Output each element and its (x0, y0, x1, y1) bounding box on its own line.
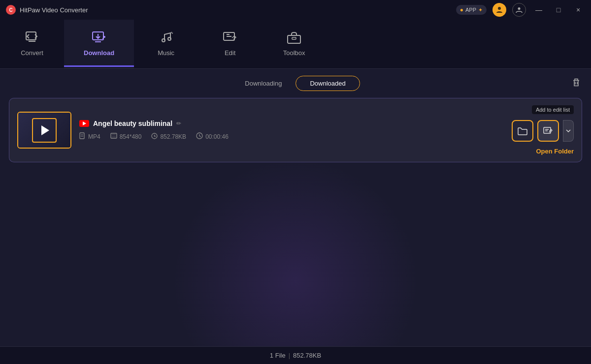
video-thumbnail[interactable] (17, 112, 71, 149)
music-icon (159, 30, 173, 46)
video-info: Angel beauty subliminal ✏ MP4 (79, 120, 504, 141)
add-to-edit-tooltip: Add to edit list (532, 105, 574, 114)
filesize-icon (151, 133, 158, 141)
meta-resolution: 854*480 (110, 133, 142, 140)
convert-icon (25, 30, 39, 46)
dropdown-arrow-button[interactable] (563, 120, 574, 142)
edit-title-icon[interactable]: ✏ (176, 120, 181, 127)
edit-tab-label: Edit (225, 49, 235, 57)
video-title: Angel beauty subliminal (93, 120, 172, 127)
video-title-row: Angel beauty subliminal ✏ (79, 120, 504, 127)
app-logo: C (6, 5, 16, 15)
chevron-down-icon (566, 129, 571, 133)
status-file-count: 1 File (270, 352, 286, 359)
toolbox-icon (287, 30, 301, 46)
resolution-icon (110, 133, 117, 140)
video-list: Angel beauty subliminal ✏ MP4 (0, 98, 591, 162)
title-bar-left: C HitPaw Video Converter (6, 5, 88, 15)
title-bar-right: ● APP ✦ — □ × (456, 3, 585, 17)
video-card: Angel beauty subliminal ✏ MP4 (9, 98, 582, 162)
action-row (512, 120, 574, 142)
person-icon (495, 6, 503, 14)
tab-download[interactable]: Download (64, 20, 134, 68)
main-content: Downloading Downloaded (0, 69, 591, 346)
status-divider: | (289, 352, 290, 359)
app-title: HitPaw Video Converter (20, 6, 88, 14)
minimize-button[interactable]: — (532, 3, 546, 17)
video-duration: 00:00:46 (205, 133, 229, 140)
meta-format: MP4 (79, 132, 100, 141)
subtab-downloaded[interactable]: Downloaded (296, 76, 360, 91)
svg-point-1 (518, 7, 521, 10)
download-tab-label: Download (84, 49, 114, 57)
open-folder-button[interactable] (512, 120, 533, 142)
edit-list-icon (543, 126, 554, 136)
video-resolution: 854*480 (120, 133, 142, 140)
thumbnail-background (18, 113, 70, 148)
file-icon (79, 132, 86, 141)
music-tab-label: Music (158, 49, 174, 57)
app-badge[interactable]: ● APP ✦ (456, 5, 487, 15)
title-bar: C HitPaw Video Converter ● APP ✦ — □ (0, 0, 591, 20)
star-icon: ● (460, 6, 463, 13)
open-folder-label: Open Folder (536, 148, 574, 155)
status-bar: 1 File | 852.78KB (0, 346, 591, 364)
maximize-button[interactable]: □ (552, 3, 565, 17)
svg-rect-9 (292, 37, 296, 39)
svg-point-6 (168, 37, 171, 40)
svg-point-5 (162, 39, 165, 42)
duration-icon (196, 132, 203, 141)
meta-filesize: 852.78KB (151, 133, 186, 141)
convert-tab-label: Convert (21, 49, 43, 57)
toolbox-tab-label: Toolbox (283, 49, 305, 57)
folder-icon (517, 126, 528, 136)
nav-tabs: Convert Download Music (0, 20, 591, 69)
video-format: MP4 (88, 133, 100, 140)
thumbnail-inner (32, 118, 57, 143)
svg-rect-10 (80, 133, 84, 139)
badge-label: APP (465, 7, 476, 13)
youtube-icon (79, 120, 89, 127)
status-file-size: 852.78KB (293, 352, 321, 359)
download-icon (92, 30, 106, 46)
background-glow (172, 158, 419, 346)
svg-point-4 (103, 36, 105, 38)
play-icon (41, 125, 49, 135)
meta-duration: 00:00:46 (196, 132, 229, 141)
tab-music[interactable]: Music (134, 20, 198, 68)
subtab-downloading[interactable]: Downloading (231, 76, 296, 91)
trash-icon (571, 77, 581, 87)
action-buttons: Add to edit list (512, 105, 574, 155)
user-silhouette-icon (516, 6, 523, 13)
svg-point-0 (498, 7, 501, 10)
user-icon-button[interactable] (512, 3, 526, 17)
tab-edit[interactable]: Edit (198, 20, 262, 68)
close-button[interactable]: × (571, 3, 585, 17)
svg-rect-11 (111, 133, 117, 138)
tab-convert[interactable]: Convert (0, 20, 64, 68)
tab-toolbox[interactable]: Toolbox (262, 20, 326, 68)
video-filesize: 852.78KB (160, 133, 186, 140)
badge-star-icon: ✦ (478, 7, 483, 13)
video-meta: MP4 854*480 (79, 132, 504, 141)
edit-icon (223, 30, 237, 46)
sub-tab-bar: Downloading Downloaded (0, 69, 591, 98)
delete-button[interactable] (571, 77, 581, 90)
avatar-button[interactable] (492, 3, 506, 17)
add-to-edit-button[interactable] (537, 120, 559, 142)
